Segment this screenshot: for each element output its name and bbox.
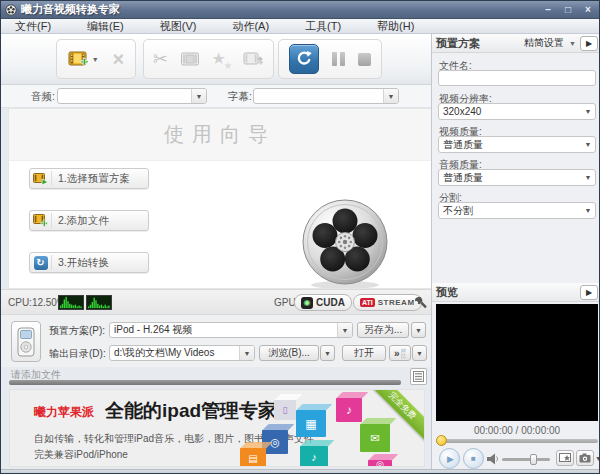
video-quality-select[interactable]: 普通质量 ▼ — [438, 136, 596, 153]
menu-edit[interactable]: 编辑(E) — [87, 19, 124, 34]
preset-scheme-select[interactable]: iPod - H.264 视频 ▼ — [109, 322, 353, 338]
audio-track-label: 音频: — [31, 90, 55, 104]
speaker-icon[interactable] — [487, 453, 499, 465]
convert-button[interactable] — [286, 42, 322, 76]
add-film-icon — [68, 51, 90, 68]
resolution-select[interactable]: 320x240 ▼ — [438, 103, 596, 120]
delete-file-button[interactable]: × — [110, 42, 128, 76]
pause-icon — [332, 52, 345, 66]
file-list-progress-track — [9, 380, 401, 385]
menu-tools[interactable]: 工具(T) — [305, 19, 341, 34]
snapshot-icon — [559, 453, 571, 463]
convert-mini-icon: ↻ — [30, 255, 52, 270]
target-device-tile[interactable] — [11, 321, 41, 362]
browse-button[interactable]: 浏览(B)... — [259, 345, 319, 361]
wizard-step-add-files[interactable]: 2.添加文件 — [29, 210, 149, 231]
stop-playback-button[interactable]: ■ — [463, 448, 484, 469]
menu-help[interactable]: 帮助(H) — [377, 19, 414, 34]
file-list-status-row: 请添加文件 — [1, 367, 431, 387]
preset-panel-header: 预置方案 精简设置 ▼ ▶ — [432, 34, 600, 53]
snapshot-button[interactable] — [556, 450, 574, 466]
stop-button[interactable] — [355, 42, 374, 76]
caret-down-icon: ▼ — [581, 207, 595, 214]
collapse-preview-button[interactable]: ▶ — [580, 285, 598, 300]
preset-film-icon — [30, 171, 52, 186]
filename-input[interactable] — [438, 70, 596, 86]
subtitle-select[interactable]: ▼ — [253, 88, 399, 104]
title-bar[interactable]: 曦力音视频转换专家 – □ × — [1, 1, 600, 19]
scissors-icon: ✂ — [153, 48, 168, 70]
wizard-step-choose-preset[interactable]: 1.选择预置方案 — [29, 168, 149, 189]
caret-down-icon[interactable]: ▼ — [383, 89, 398, 103]
toolbar-group-convert — [278, 39, 382, 79]
playback-time: 00:00:00 / 00:00:00 — [432, 425, 600, 436]
preview-panel-header: 预览 ▶ — [432, 283, 600, 302]
subtitle-label: 字幕: — [228, 90, 252, 104]
audio-track-select[interactable]: ▼ — [57, 88, 207, 104]
usage-wizard: 使用向导 1.选择预置方案 — [8, 108, 431, 289]
maximize-button[interactable]: □ — [559, 3, 577, 16]
seek-knob[interactable] — [436, 435, 447, 446]
output-dir-select[interactable]: d:\我的文档\My Videos ▼ — [109, 345, 255, 361]
camera-button[interactable] — [576, 450, 594, 466]
list-icon — [413, 371, 424, 382]
add-file-caret-icon: ▼ — [92, 56, 99, 63]
browse-caret-button[interactable]: ▼ — [320, 345, 335, 361]
clip-button[interactable]: ✂ — [150, 42, 171, 76]
ipod-mini-icon — [401, 348, 406, 359]
merge-button[interactable] — [240, 42, 267, 76]
wizard-header: 使用向导 — [9, 109, 431, 161]
caret-down-icon: ▼ — [581, 174, 595, 181]
menu-file[interactable]: 文件(F) — [15, 19, 51, 34]
effects-button[interactable]: ★★ — [208, 42, 234, 76]
add-file-button[interactable]: ▼ — [65, 42, 102, 76]
banner-brand: 曦力苹果派 — [34, 404, 94, 421]
open-folder-button[interactable]: 打开 — [342, 345, 386, 361]
cpu-meter-graph — [86, 295, 112, 310]
crop-button[interactable] — [177, 42, 203, 76]
caret-down-icon[interactable]: ▼ — [239, 346, 254, 360]
collapse-panel-button[interactable]: ▶ — [580, 36, 598, 51]
stop-icon: ■ — [471, 454, 476, 463]
menu-view[interactable]: 视图(V) — [160, 19, 197, 34]
close-button[interactable]: × — [579, 3, 597, 16]
toolbar-group-edit: ✂ ★★ — [143, 39, 274, 79]
window-title: 曦力音视频转换专家 — [21, 2, 539, 17]
cuda-toggle-button[interactable]: ◉ CUDA — [294, 294, 352, 311]
track-filter-row: 音频: ▼ 字幕: ▼ — [1, 85, 431, 108]
play-button[interactable]: ▶ — [439, 448, 460, 469]
caret-down-icon[interactable]: ▼ — [191, 89, 206, 103]
wizard-step-start-convert[interactable]: ↻ 3.开始转换 — [29, 252, 149, 273]
volume-knob[interactable] — [530, 454, 537, 465]
save-as-button[interactable]: 另存为... — [357, 322, 409, 338]
minimize-button[interactable]: – — [539, 3, 557, 16]
ipod-icon — [17, 327, 35, 357]
pause-button[interactable] — [329, 42, 348, 76]
window-resize-strip — [1, 469, 600, 474]
merge-film-icon — [243, 51, 264, 67]
send-to-caret-button[interactable]: ▼ — [412, 345, 427, 361]
playlist-panel-button[interactable] — [410, 368, 427, 385]
preset-panel-title: 预置方案 — [436, 36, 524, 51]
menu-action[interactable]: 动作(A) — [232, 19, 269, 34]
volume-slider[interactable] — [502, 458, 550, 461]
right-panel: 预置方案 精简设置 ▼ ▶ 文件名: 视频分辨率: 320x240 ▼ 视频质量… — [431, 34, 600, 469]
crop-film-icon — [180, 51, 200, 67]
split-select[interactable]: 不分割 ▼ — [438, 202, 596, 219]
send-to-device-button[interactable]: » — [389, 345, 411, 361]
audio-quality-select[interactable]: 普通质量 ▼ — [438, 169, 596, 186]
add-film-icon — [30, 213, 52, 228]
wizard-title: 使用向导 — [164, 121, 276, 148]
seek-slider[interactable] — [436, 439, 598, 443]
camera-caret-icon[interactable]: ▼ — [595, 455, 600, 462]
banner-cubes-art: ♪ ▦ ✉ ◎ ▤ ♪ — [240, 392, 410, 466]
promo-banner[interactable]: 曦力苹果派 全能的ipad管理专家 自如传输，转化和管理iPad音乐，电影，图片… — [9, 389, 425, 467]
main-area: ▼ × ✂ — [1, 34, 431, 469]
caret-down-icon[interactable]: ▼ — [337, 323, 352, 337]
camera-icon — [579, 453, 591, 463]
caret-down-icon[interactable]: ▼ — [569, 40, 576, 47]
preset-scheme-label: 预置方案(P): — [49, 324, 105, 338]
settings-wrench-button[interactable] — [412, 294, 429, 311]
save-as-caret-button[interactable]: ▼ — [411, 322, 426, 338]
settings-mode-select[interactable]: 精简设置 — [524, 36, 564, 50]
